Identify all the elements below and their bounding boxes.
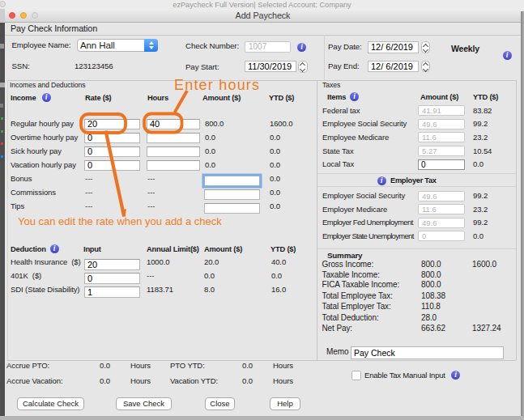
svg-text:You can edit the rate when you: You can edit the rate when you add a che… (18, 215, 222, 227)
